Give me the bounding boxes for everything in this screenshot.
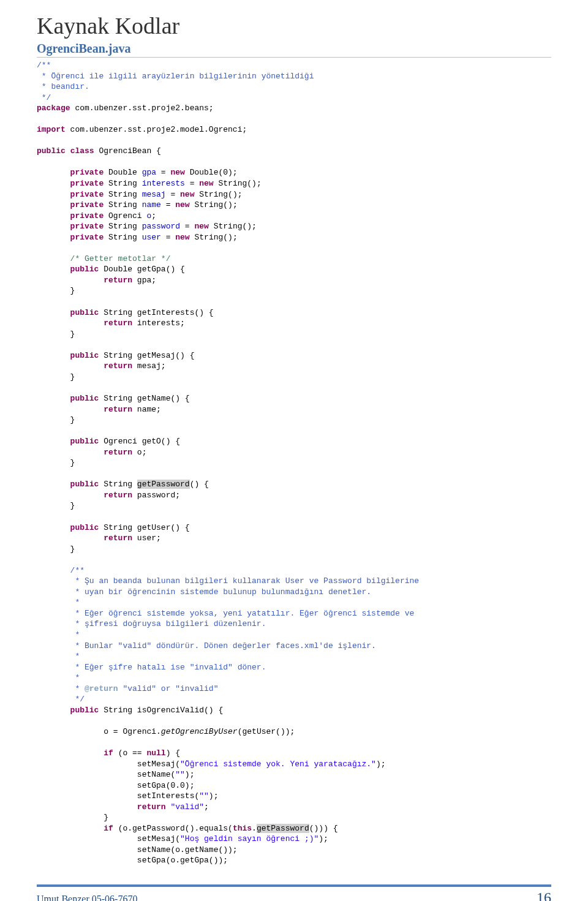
page-number: 16 — [537, 889, 551, 901]
code-block: /** * Öğrenci ile ilgili arayüzlerin bil… — [37, 60, 551, 866]
page-title: Kaynak Kodlar — [37, 12, 551, 39]
footer: Umut Benzer 05-06-7670 16 — [37, 884, 551, 901]
section-title: OgrenciBean.java — [37, 42, 551, 58]
footer-author: Umut Benzer 05-06-7670 — [37, 894, 137, 901]
